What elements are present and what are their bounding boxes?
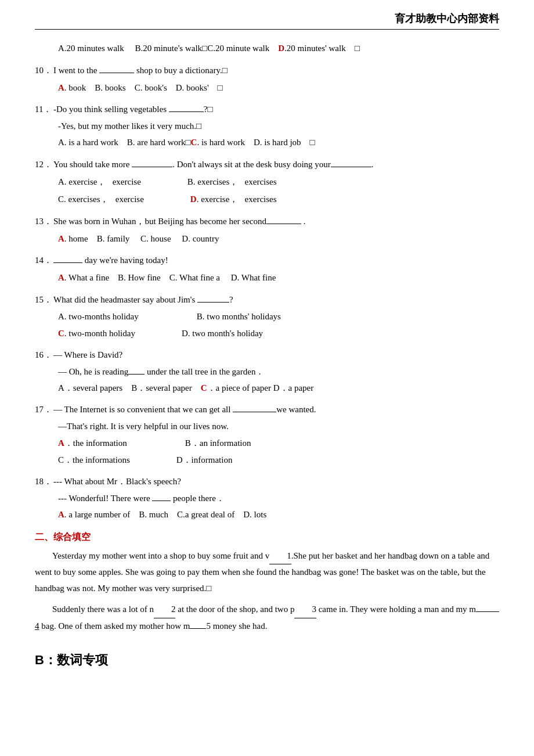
- q14-correct: A: [58, 273, 64, 282]
- passage2: Suddenly there was a lot of n2 at the do…: [35, 602, 499, 635]
- q12-options2: C. exercises， exercise D. exercise， exer…: [35, 191, 499, 208]
- question-walk: A.20 minutes walk B.20 minute's walk□C.2…: [35, 40, 499, 57]
- header-title: 育才助教中心内部资料: [395, 13, 499, 24]
- q17-sub: —That's right. It is very helpful in our…: [35, 419, 499, 434]
- q10-correct: A: [58, 83, 64, 92]
- sectionB-title: B：数词专项: [35, 651, 499, 669]
- q18-options: A. a large number of B. much C.a great d…: [35, 506, 499, 523]
- q18-sub: --- Wonderful! There were people there．: [35, 491, 499, 506]
- q18-text: --- What about Mr．Black's speech?: [53, 474, 499, 489]
- q13-blank: [266, 224, 301, 224]
- q12-options1: A. exercise， exercise B. exercises， exer…: [35, 174, 499, 190]
- question-11: 11． -Do you think selling vegetables ?□ …: [35, 102, 499, 151]
- q15-options2: C. two-month holiday D. two month's holi…: [35, 326, 499, 341]
- sectionB-block: B：数词专项: [35, 651, 499, 669]
- q14-blank: [53, 262, 82, 263]
- q13-correct: A: [58, 234, 64, 243]
- q17-options1: A．the information B．an information: [35, 435, 499, 451]
- q15-optB: B. two months' holidays: [197, 309, 281, 325]
- q10-options: A. book B. books C. book's D. books' □: [35, 80, 499, 96]
- question-14: 14． day we're having today! A. What a fi…: [35, 253, 499, 286]
- q10-num: 10．: [35, 63, 53, 78]
- q13-options: A. home B. family C. house D. country: [35, 231, 499, 247]
- q11-blank: [169, 111, 204, 112]
- q10-line: 10． I went to the shop to buy a dictiona…: [35, 63, 499, 78]
- q18-blank: [152, 501, 171, 501]
- question-18: 18． --- What about Mr．Black's speech? --…: [35, 474, 499, 523]
- blank5: [190, 628, 206, 629]
- question-13: 13． She was born in Wuhan，but Beijing ha…: [35, 214, 499, 247]
- q12-optA: A. exercise， exercise: [58, 174, 141, 190]
- q13-text: She was born in Wuhan，but Beijing has be…: [53, 214, 499, 229]
- passage1: Yesterday my mother went into a shop to …: [35, 548, 499, 597]
- q12-line: 12． You should take more . Don't always …: [35, 157, 499, 172]
- blank2: 2: [154, 602, 176, 618]
- q15-blank: [197, 302, 229, 303]
- q17-optC: C．the informations: [58, 452, 130, 468]
- q11-line: 11． -Do you think selling vegetables ?□: [35, 102, 499, 117]
- q11-text: -Do you think selling vegetables ?□: [53, 102, 499, 117]
- question-16: 16． ― Where is David? ― Oh, he is readin…: [35, 347, 499, 397]
- q11-correct: C: [191, 138, 197, 147]
- blank4: [476, 611, 499, 612]
- walk-correct: D: [278, 44, 284, 53]
- walk-options: A.20 minutes walk B.20 minute's walk□C.2…: [35, 40, 499, 57]
- q13-num: 13．: [35, 214, 53, 229]
- q14-num: 14．: [35, 253, 53, 268]
- q15-num: 15．: [35, 292, 53, 308]
- q17-optD: D．information: [176, 452, 233, 468]
- q10-blank: [99, 73, 134, 73]
- q12-optB: B. exercises， exercises: [187, 174, 277, 190]
- q12-blank1: [132, 167, 172, 167]
- q11-num: 11．: [35, 102, 53, 117]
- q17-options2: C．the informations D．information: [35, 452, 499, 468]
- q14-text: day we're having today!: [53, 253, 499, 268]
- q17-num: 17．: [35, 402, 53, 417]
- q16-options: A．several papers B．several paper C．a pie…: [35, 380, 499, 397]
- q12-optC: C. exercises， exercise: [58, 191, 144, 208]
- question-10: 10． I went to the shop to buy a dictiona…: [35, 63, 499, 96]
- q16-blank: [128, 374, 145, 375]
- q15-line: 15． What did the headmaster say about Ji…: [35, 292, 499, 308]
- q18-num: 18．: [35, 474, 53, 489]
- q17-text: ― The Internet is so convenient that we …: [53, 402, 499, 417]
- q16-sub: ― Oh, he is reading under the tall tree …: [35, 364, 499, 380]
- q17-line: 17． ― The Internet is so convenient that…: [35, 402, 499, 417]
- q15-text: What did the headmaster say about Jim's …: [53, 292, 499, 308]
- q12-num: 12．: [35, 157, 53, 172]
- q13-line: 13． She was born in Wuhan，but Beijing ha…: [35, 214, 499, 229]
- q17-blank: [233, 412, 276, 412]
- q12-blank2: [331, 167, 371, 167]
- q15-optC: C. two-month holiday: [58, 326, 135, 341]
- blank1: 1: [269, 548, 291, 565]
- q15-options1: A. two-months holiday B. two months' hol…: [35, 309, 499, 325]
- q18-line: 18． --- What about Mr．Black's speech?: [35, 474, 499, 489]
- question-15: 15． What did the headmaster say about Ji…: [35, 292, 499, 341]
- q18-correct: A: [58, 510, 64, 519]
- q12-optD: D. exercise， exercises: [190, 191, 277, 208]
- question-12: 12． You should take more . Don't always …: [35, 157, 499, 208]
- q14-options: A. What a fine B. How fine C. What fine …: [35, 269, 499, 286]
- q15-optD: D. two month's holiday: [182, 326, 263, 341]
- q11-options: A. is a hard work B. are hard work□C. is…: [35, 134, 499, 151]
- page-header: 育才助教中心内部资料: [35, 12, 499, 30]
- q17-optA: A．the information: [58, 435, 127, 451]
- question-17: 17． ― The Internet is so convenient that…: [35, 402, 499, 468]
- q16-text: ― Where is David?: [53, 347, 499, 363]
- q10-text: I went to the shop to buy a dictionary.□: [53, 63, 499, 78]
- blank3: 3: [294, 602, 316, 618]
- section2-title: 二、综合填空: [35, 531, 499, 543]
- q16-correct: C: [201, 383, 207, 393]
- q11-sub: -Yes, but my mother likes it very much.□: [35, 118, 499, 134]
- q17-optB: B．an information: [185, 435, 251, 451]
- q15-optA: A. two-months holiday: [58, 309, 139, 325]
- q14-line: 14． day we're having today!: [35, 253, 499, 268]
- q16-num: 16．: [35, 347, 53, 363]
- q12-text: You should take more . Don't always sit …: [53, 157, 499, 172]
- q16-line: 16． ― Where is David?: [35, 347, 499, 363]
